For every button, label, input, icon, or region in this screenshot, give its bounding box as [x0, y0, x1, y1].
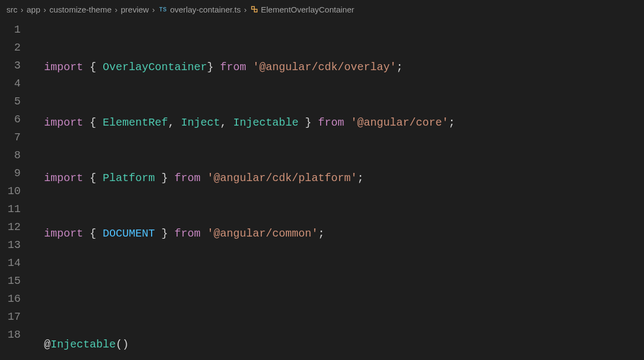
chevron-right-icon: › [43, 5, 46, 14]
breadcrumb[interactable]: src › app › customize-theme › preview › … [0, 0, 644, 17]
token: '@angular/cdk/platform' [207, 169, 357, 187]
line-number: 18 [0, 326, 21, 344]
line-number-gutter: 1 2 3 4 5 6 7 8 9 10 11 12 13 14 15 16 1… [0, 21, 30, 360]
token: { [83, 58, 103, 76]
chevron-right-icon: › [244, 5, 247, 14]
token: from [220, 58, 246, 76]
token: ElementRef [103, 114, 168, 132]
code-line[interactable]: import { Platform } from '@angular/cdk/p… [30, 169, 644, 187]
token: from [174, 169, 201, 187]
chevron-right-icon: › [152, 5, 155, 14]
token: { [83, 114, 103, 132]
line-number: 11 [0, 200, 21, 218]
class-symbol-icon [250, 5, 259, 14]
code-editor[interactable]: 1 2 3 4 5 6 7 8 9 10 11 12 13 14 15 16 1… [0, 17, 644, 360]
token: from [174, 225, 201, 243]
line-number: 16 [0, 290, 21, 308]
token: '@angular/common' [207, 225, 318, 243]
token: '@angular/cdk/overlay' [253, 58, 396, 76]
code-line[interactable]: @Injectable() [30, 336, 644, 353]
line-number: 2 [0, 39, 21, 57]
token: import [44, 225, 83, 243]
token: } [298, 114, 318, 132]
line-number: 3 [0, 57, 21, 75]
token: } [155, 169, 174, 187]
line-number: 15 [0, 272, 21, 290]
line-number: 8 [0, 146, 21, 164]
line-number: 1 [0, 21, 21, 39]
line-number: 5 [0, 92, 21, 110]
code-line[interactable]: import { ElementRef, Inject, Injectable … [30, 114, 644, 132]
code-area[interactable]: import { OverlayContainer} from '@angula… [30, 21, 644, 360]
token: ; [448, 114, 455, 132]
token: { [83, 169, 103, 187]
breadcrumb-item[interactable]: src [7, 5, 17, 14]
token: } [207, 58, 220, 76]
token: @ [44, 336, 51, 353]
token: ; [357, 169, 364, 187]
token: ; [318, 225, 324, 243]
token [344, 114, 351, 132]
token: , [168, 114, 181, 132]
line-number: 13 [0, 236, 21, 254]
token: import [44, 114, 83, 132]
token: DOCUMENT [103, 225, 155, 243]
line-number: 4 [0, 75, 21, 92]
breadcrumb-item[interactable]: preview [121, 5, 149, 14]
token: from [318, 114, 344, 132]
token: () [116, 336, 129, 353]
line-number: 14 [0, 254, 21, 272]
breadcrumb-symbol[interactable]: ElementOverlayContainer [261, 5, 354, 14]
breadcrumb-item[interactable]: app [27, 5, 40, 14]
token: import [44, 58, 83, 76]
token: Platform [103, 169, 155, 187]
code-line[interactable] [30, 280, 644, 298]
token: } [155, 225, 174, 243]
line-number: 6 [0, 110, 21, 128]
token: { [83, 225, 103, 243]
code-line[interactable]: import { OverlayContainer} from '@angula… [30, 58, 644, 76]
breadcrumb-item[interactable]: customize-theme [49, 5, 111, 14]
line-number: 9 [0, 164, 21, 182]
line-number: 17 [0, 308, 21, 326]
chevron-right-icon: › [115, 5, 117, 14]
line-number: 7 [0, 128, 21, 146]
code-line[interactable]: import { DOCUMENT } from '@angular/commo… [30, 225, 644, 243]
typescript-file-icon: TS [158, 5, 168, 14]
token [201, 225, 207, 243]
token: , [220, 114, 233, 132]
token: Inject [181, 114, 220, 132]
token: Injectable [51, 336, 116, 353]
line-number: 12 [0, 218, 21, 236]
token: '@angular/core' [351, 114, 448, 132]
token: ; [396, 58, 403, 76]
breadcrumb-file[interactable]: overlay-container.ts [170, 5, 241, 14]
token [201, 169, 207, 187]
token: OverlayContainer [103, 58, 207, 76]
token: Injectable [233, 114, 298, 132]
token [246, 58, 253, 76]
token: import [44, 169, 83, 187]
line-number: 10 [0, 182, 21, 200]
chevron-right-icon: › [21, 5, 23, 14]
